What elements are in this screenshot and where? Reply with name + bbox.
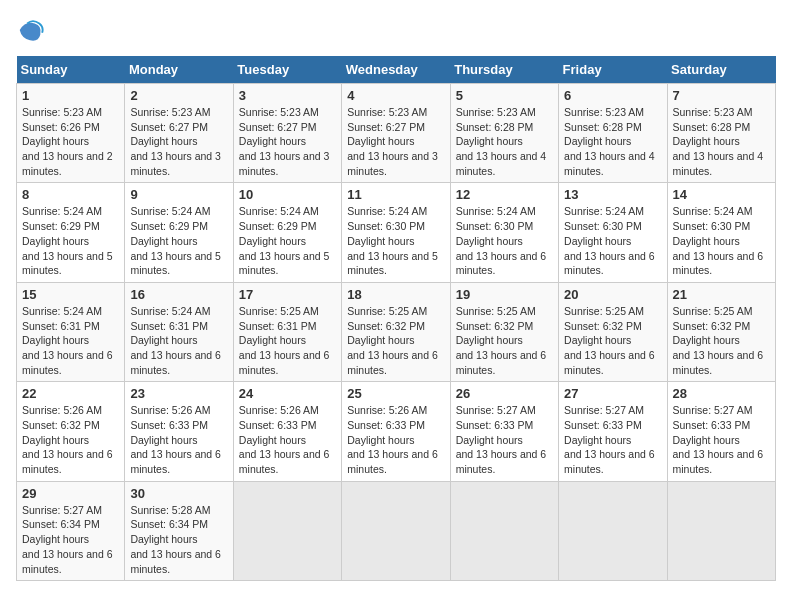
col-tuesday: Tuesday <box>233 56 341 84</box>
table-row: 8Sunrise: 5:24 AMSunset: 6:29 PMDaylight… <box>17 183 125 282</box>
day-number: 4 <box>347 88 444 103</box>
table-row: 1Sunrise: 5:23 AMSunset: 6:26 PMDaylight… <box>17 84 125 183</box>
table-row: 7Sunrise: 5:23 AMSunset: 6:28 PMDaylight… <box>667 84 775 183</box>
day-info: Sunrise: 5:23 AMSunset: 6:28 PMDaylight … <box>456 105 553 178</box>
table-row: 28Sunrise: 5:27 AMSunset: 6:33 PMDayligh… <box>667 382 775 481</box>
day-info: Sunrise: 5:26 AMSunset: 6:32 PMDaylight … <box>22 403 119 476</box>
day-number: 1 <box>22 88 119 103</box>
day-info: Sunrise: 5:25 AMSunset: 6:32 PMDaylight … <box>564 304 661 377</box>
table-row: 2Sunrise: 5:23 AMSunset: 6:27 PMDaylight… <box>125 84 233 183</box>
day-info: Sunrise: 5:27 AMSunset: 6:33 PMDaylight … <box>456 403 553 476</box>
day-info: Sunrise: 5:26 AMSunset: 6:33 PMDaylight … <box>130 403 227 476</box>
logo <box>16 16 48 44</box>
table-row: 10Sunrise: 5:24 AMSunset: 6:29 PMDayligh… <box>233 183 341 282</box>
day-number: 27 <box>564 386 661 401</box>
day-number: 23 <box>130 386 227 401</box>
table-row: 5Sunrise: 5:23 AMSunset: 6:28 PMDaylight… <box>450 84 558 183</box>
calendar-row: 22Sunrise: 5:26 AMSunset: 6:32 PMDayligh… <box>17 382 776 481</box>
day-number: 24 <box>239 386 336 401</box>
calendar-row: 15Sunrise: 5:24 AMSunset: 6:31 PMDayligh… <box>17 282 776 381</box>
day-info: Sunrise: 5:25 AMSunset: 6:31 PMDaylight … <box>239 304 336 377</box>
day-info: Sunrise: 5:23 AMSunset: 6:26 PMDaylight … <box>22 105 119 178</box>
day-info: Sunrise: 5:26 AMSunset: 6:33 PMDaylight … <box>347 403 444 476</box>
table-row: 19Sunrise: 5:25 AMSunset: 6:32 PMDayligh… <box>450 282 558 381</box>
day-number: 26 <box>456 386 553 401</box>
table-row: 14Sunrise: 5:24 AMSunset: 6:30 PMDayligh… <box>667 183 775 282</box>
day-info: Sunrise: 5:27 AMSunset: 6:34 PMDaylight … <box>22 503 119 576</box>
day-info: Sunrise: 5:25 AMSunset: 6:32 PMDaylight … <box>673 304 770 377</box>
day-info: Sunrise: 5:27 AMSunset: 6:33 PMDaylight … <box>673 403 770 476</box>
day-info: Sunrise: 5:23 AMSunset: 6:27 PMDaylight … <box>239 105 336 178</box>
calendar-row: 29Sunrise: 5:27 AMSunset: 6:34 PMDayligh… <box>17 481 776 580</box>
calendar-body: 1Sunrise: 5:23 AMSunset: 6:26 PMDaylight… <box>17 84 776 581</box>
table-row: 12Sunrise: 5:24 AMSunset: 6:30 PMDayligh… <box>450 183 558 282</box>
table-row: 6Sunrise: 5:23 AMSunset: 6:28 PMDaylight… <box>559 84 667 183</box>
day-number: 30 <box>130 486 227 501</box>
page-header <box>16 16 776 44</box>
table-row: 15Sunrise: 5:24 AMSunset: 6:31 PMDayligh… <box>17 282 125 381</box>
day-number: 22 <box>22 386 119 401</box>
calendar-row: 1Sunrise: 5:23 AMSunset: 6:26 PMDaylight… <box>17 84 776 183</box>
day-number: 17 <box>239 287 336 302</box>
table-row: 23Sunrise: 5:26 AMSunset: 6:33 PMDayligh… <box>125 382 233 481</box>
table-row <box>559 481 667 580</box>
day-number: 3 <box>239 88 336 103</box>
day-info: Sunrise: 5:25 AMSunset: 6:32 PMDaylight … <box>456 304 553 377</box>
table-row: 11Sunrise: 5:24 AMSunset: 6:30 PMDayligh… <box>342 183 450 282</box>
day-info: Sunrise: 5:24 AMSunset: 6:31 PMDaylight … <box>130 304 227 377</box>
day-number: 18 <box>347 287 444 302</box>
day-number: 14 <box>673 187 770 202</box>
day-info: Sunrise: 5:23 AMSunset: 6:28 PMDaylight … <box>564 105 661 178</box>
table-row: 9Sunrise: 5:24 AMSunset: 6:29 PMDaylight… <box>125 183 233 282</box>
day-number: 10 <box>239 187 336 202</box>
day-number: 12 <box>456 187 553 202</box>
day-number: 19 <box>456 287 553 302</box>
day-number: 9 <box>130 187 227 202</box>
table-row: 20Sunrise: 5:25 AMSunset: 6:32 PMDayligh… <box>559 282 667 381</box>
table-row: 4Sunrise: 5:23 AMSunset: 6:27 PMDaylight… <box>342 84 450 183</box>
day-number: 7 <box>673 88 770 103</box>
calendar-row: 8Sunrise: 5:24 AMSunset: 6:29 PMDaylight… <box>17 183 776 282</box>
day-info: Sunrise: 5:25 AMSunset: 6:32 PMDaylight … <box>347 304 444 377</box>
table-row: 17Sunrise: 5:25 AMSunset: 6:31 PMDayligh… <box>233 282 341 381</box>
table-row: 26Sunrise: 5:27 AMSunset: 6:33 PMDayligh… <box>450 382 558 481</box>
table-row: 29Sunrise: 5:27 AMSunset: 6:34 PMDayligh… <box>17 481 125 580</box>
table-row: 18Sunrise: 5:25 AMSunset: 6:32 PMDayligh… <box>342 282 450 381</box>
col-thursday: Thursday <box>450 56 558 84</box>
table-row <box>233 481 341 580</box>
day-info: Sunrise: 5:24 AMSunset: 6:30 PMDaylight … <box>456 204 553 277</box>
table-row: 13Sunrise: 5:24 AMSunset: 6:30 PMDayligh… <box>559 183 667 282</box>
table-row: 30Sunrise: 5:28 AMSunset: 6:34 PMDayligh… <box>125 481 233 580</box>
table-row: 25Sunrise: 5:26 AMSunset: 6:33 PMDayligh… <box>342 382 450 481</box>
col-saturday: Saturday <box>667 56 775 84</box>
calendar-header-row: Sunday Monday Tuesday Wednesday Thursday… <box>17 56 776 84</box>
day-info: Sunrise: 5:24 AMSunset: 6:29 PMDaylight … <box>22 204 119 277</box>
day-number: 11 <box>347 187 444 202</box>
col-friday: Friday <box>559 56 667 84</box>
col-monday: Monday <box>125 56 233 84</box>
day-number: 8 <box>22 187 119 202</box>
table-row: 22Sunrise: 5:26 AMSunset: 6:32 PMDayligh… <box>17 382 125 481</box>
day-number: 28 <box>673 386 770 401</box>
calendar-table: Sunday Monday Tuesday Wednesday Thursday… <box>16 56 776 581</box>
day-number: 5 <box>456 88 553 103</box>
day-number: 25 <box>347 386 444 401</box>
day-number: 13 <box>564 187 661 202</box>
day-number: 2 <box>130 88 227 103</box>
day-info: Sunrise: 5:23 AMSunset: 6:28 PMDaylight … <box>673 105 770 178</box>
table-row: 21Sunrise: 5:25 AMSunset: 6:32 PMDayligh… <box>667 282 775 381</box>
col-sunday: Sunday <box>17 56 125 84</box>
table-row <box>450 481 558 580</box>
table-row: 24Sunrise: 5:26 AMSunset: 6:33 PMDayligh… <box>233 382 341 481</box>
day-info: Sunrise: 5:26 AMSunset: 6:33 PMDaylight … <box>239 403 336 476</box>
table-row: 16Sunrise: 5:24 AMSunset: 6:31 PMDayligh… <box>125 282 233 381</box>
day-info: Sunrise: 5:24 AMSunset: 6:30 PMDaylight … <box>673 204 770 277</box>
col-wednesday: Wednesday <box>342 56 450 84</box>
day-number: 20 <box>564 287 661 302</box>
day-info: Sunrise: 5:24 AMSunset: 6:30 PMDaylight … <box>564 204 661 277</box>
table-row: 3Sunrise: 5:23 AMSunset: 6:27 PMDaylight… <box>233 84 341 183</box>
table-row: 27Sunrise: 5:27 AMSunset: 6:33 PMDayligh… <box>559 382 667 481</box>
day-info: Sunrise: 5:28 AMSunset: 6:34 PMDaylight … <box>130 503 227 576</box>
day-info: Sunrise: 5:24 AMSunset: 6:31 PMDaylight … <box>22 304 119 377</box>
day-number: 16 <box>130 287 227 302</box>
